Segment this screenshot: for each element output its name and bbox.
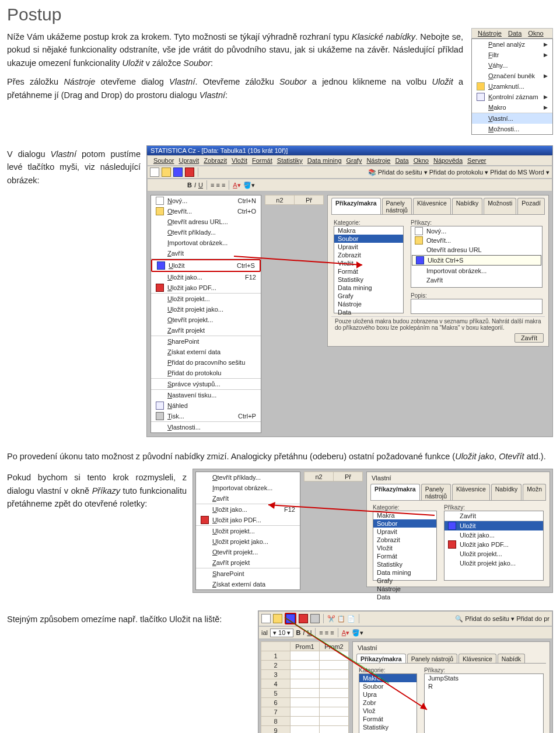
tb3-add-proto[interactable]: Přidat do pr [516,615,550,622]
tab[interactable]: Panely nástrojů [421,484,451,500]
menu-item[interactable]: SharePoint [151,336,261,347]
list-item[interactable]: Statistiky [359,723,416,731]
menu-item[interactable]: Importovat obrázek... [151,238,261,248]
tb3-add-sesit[interactable]: Přidat do sešitu [465,615,509,622]
list-item[interactable]: Data mining [334,284,403,292]
tab[interactable]: Nabídky [491,484,522,500]
list-item[interactable]: Nástroje [334,300,403,308]
open-icon[interactable] [162,167,171,177]
menu-item[interactable]: Uložit jako...F12 [151,272,261,282]
tb-add-proto[interactable]: Přidat do protokolu [429,169,483,176]
list-item[interactable]: Data mining [373,568,436,577]
menu-okno[interactable]: Okno [528,30,543,37]
menu-item[interactable]: Otevřít...Ctrl+O [151,206,261,217]
list-item[interactable]: Zavřít [444,511,543,521]
tb-add-word[interactable]: Přidat do MS Word [490,169,544,176]
menubar-item[interactable]: Upravit [178,157,199,164]
menu-item[interactable]: Zavřít [151,248,261,259]
font-color-icon[interactable]: A▾ [233,181,240,189]
menubar-item[interactable]: Grafy [346,157,362,164]
prikazy-list-2[interactable]: ZavřítUložitUložit jako...Uložit jako PD… [444,511,544,581]
list-item[interactable]: Makra [359,674,416,682]
list-item[interactable]: Uložit [444,521,543,530]
list-item[interactable]: R [425,682,543,690]
menu-item[interactable]: Správce výstupů... [151,379,261,390]
tb3-print-icon[interactable] [310,614,320,623]
list-item[interactable]: Vložit [334,259,403,267]
menu-item[interactable]: Uložit projekt... [151,294,261,304]
prikazy-list[interactable]: Nový...Otevřít...Otevřít adresu URLUloži… [411,226,542,288]
list-item[interactable]: Uložit Ctrl+S [412,255,541,266]
menubar-item[interactable]: Vložit [232,157,247,164]
list-item[interactable]: Uložit jako... [444,530,543,540]
tb-add-sesit[interactable]: Přidat do sešitu [378,169,422,176]
list-item[interactable]: Uložit jako PDF... [444,540,543,549]
menu-item[interactable]: Uložit jako PDF... [196,515,300,526]
menu-item[interactable]: Kontrolní záznam▶ [472,92,552,102]
menu-item[interactable]: Získat externí data [151,347,261,357]
menu-item[interactable]: Otevřít příklady... [196,472,300,483]
menu-item[interactable]: Uzamknutí... [472,81,552,92]
list-item[interactable]: Uložit projekt jako... [444,559,543,568]
tab[interactable]: Klávesnice [413,198,451,214]
list-item[interactable]: Statistiky [373,560,436,568]
menu-item[interactable]: Panel analýz▶ [472,39,552,50]
menu-item[interactable]: Makro▶ [472,102,552,113]
menu-item[interactable]: Otevřít příklady... [151,227,261,238]
tab[interactable]: Možnosti [484,198,516,214]
menu-item[interactable]: Filtr▶ [472,50,552,60]
tb3-open-icon[interactable] [273,614,282,623]
button-zavrit[interactable]: Zavřít [514,333,544,343]
prikazy-list-3[interactable]: JumpStatsR [424,673,544,733]
list-item[interactable]: Vložit [373,544,436,552]
save-icon[interactable] [173,167,183,177]
menu-item[interactable]: Otevřít projekt... [151,315,261,325]
menu-item[interactable]: Importovat obrázek... [196,483,300,493]
list-item[interactable]: Formát [373,552,436,560]
list-item[interactable]: JumpStats [425,674,543,682]
list-item[interactable]: Data [334,308,403,316]
menu-item[interactable]: Náhled [151,400,261,411]
menu-item[interactable]: Zavřít projekt [196,557,300,568]
tab[interactable]: Klávesnice [452,484,490,500]
list-item[interactable]: Soubor [359,682,416,690]
list-item[interactable]: Zobrazit [373,536,436,544]
menubar-item[interactable]: Data mining [307,157,342,164]
tb3-pdf-icon[interactable] [299,614,308,623]
fill-color-icon[interactable]: 🪣▾ [243,181,255,189]
menu-item[interactable]: Váhy... [472,60,552,71]
menubar-item[interactable]: Soubor [153,157,174,164]
tab[interactable]: Panely nástrojů [382,198,412,214]
tab[interactable]: Možn [523,484,546,500]
list-item[interactable]: Upravit [334,243,403,251]
list-item[interactable]: Upravit [373,528,436,536]
menubar-item[interactable]: Server [467,157,486,164]
pdf-icon[interactable] [185,167,194,177]
tb3-save-icon[interactable] [286,614,295,623]
menu-item[interactable]: Zavřít [196,493,300,504]
list-item[interactable]: Grafy [373,577,436,585]
menubar-item[interactable]: Okno [414,157,429,164]
menubar-item[interactable]: Zobrazit [204,157,227,164]
menu-item[interactable]: Označení buněk▶ [472,71,552,81]
menu-item[interactable]: Uložit projekt... [196,526,300,536]
tab[interactable]: Klávesnice [459,654,496,663]
list-item[interactable]: Nový... [411,226,542,236]
list-item[interactable]: Zobrazit [334,251,403,259]
menu-item[interactable]: Uložit projekt jako... [151,304,261,315]
menu-item[interactable]: Získat externí data [196,579,300,589]
menu-item[interactable]: Vlastní... [472,113,552,124]
list-item[interactable]: Upra [359,690,416,699]
menu-item[interactable]: Uložit jako...F12 [196,504,300,515]
list-item[interactable]: Data [373,593,436,601]
kategorie-list[interactable]: MakraSouborUpravitZobrazitVložitFormátSt… [334,226,404,313]
menubar-item[interactable]: Data [395,157,408,164]
tab[interactable]: Nabídk [498,654,525,663]
list-item[interactable]: Statistiky [334,275,403,284]
menu-item[interactable]: SharePoint [196,568,300,579]
tab[interactable]: Panely nástrojů [407,654,457,663]
tab[interactable]: Příkazy/makra [370,484,420,500]
list-item[interactable]: Zobr [359,699,416,707]
list-item[interactable]: Uložit projekt... [444,549,543,559]
menu-data[interactable]: Data [508,30,522,37]
